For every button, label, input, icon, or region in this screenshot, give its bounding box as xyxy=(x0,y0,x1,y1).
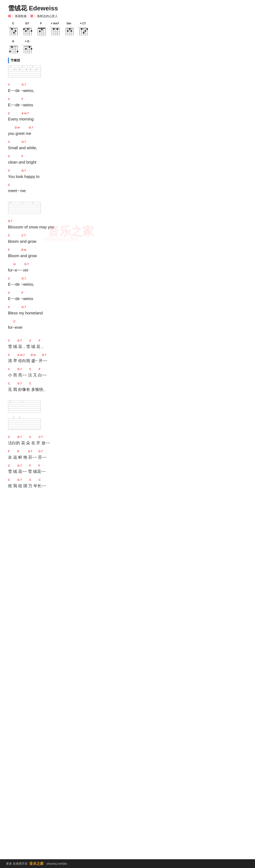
svg-point-53 xyxy=(53,28,54,30)
verse2-block8: C for~ever xyxy=(8,319,247,331)
svg-point-65 xyxy=(69,28,71,30)
footer-left-text: 更多 吉他谱尽在 xyxy=(6,862,28,866)
svg-text:×: × xyxy=(50,26,51,28)
verse1-block4: Dm G7 you greet me xyxy=(8,125,247,137)
chord-am7: × Am7 × xyxy=(50,22,60,36)
svg-point-79 xyxy=(81,28,82,30)
svg-rect-29 xyxy=(38,28,45,29)
svg-point-108 xyxy=(29,46,30,48)
cn-verse1-block3: C G7 C F 小 而 亮~~ 洁 又 白~~ xyxy=(8,367,247,378)
verse2-block5: C G7 E~~de ~weiss, xyxy=(8,276,247,288)
verse1-block5: C G7 Small and white, xyxy=(8,140,247,151)
svg-rect-143 xyxy=(8,419,41,430)
svg-point-82 xyxy=(86,28,88,30)
verse2-block7: C G7 Bless my homeland xyxy=(8,305,247,316)
svg-point-109 xyxy=(31,48,32,50)
svg-text:×: × xyxy=(10,401,11,403)
svg-text:↓: ↓ xyxy=(30,67,31,71)
verse1-block6: C F clean and bright xyxy=(8,154,247,165)
verse2-block4: G G7 for~e~~ ver xyxy=(8,262,247,274)
svg-text:↑: ↑ xyxy=(19,416,20,419)
verse1-block8: C meet~ me xyxy=(8,183,247,194)
svg-point-67 xyxy=(71,30,72,32)
section-divider-2 xyxy=(8,334,247,338)
svg-point-27 xyxy=(25,30,27,32)
section-title: 节奏型 xyxy=(8,58,247,63)
svg-text:×: × xyxy=(22,202,23,204)
svg-point-81 xyxy=(83,32,84,33)
cn-verse2-block3: C G7 F F 雪 绒 花~~ 雪 绒花~~ xyxy=(8,463,247,475)
svg-point-107 xyxy=(25,48,27,50)
svg-text:×: × xyxy=(10,65,11,67)
svg-point-12 xyxy=(11,28,13,30)
svg-text:×: × xyxy=(32,202,33,204)
svg-text:↓: ↓ xyxy=(26,67,27,71)
singer-value: 美国歌曲 xyxy=(15,14,27,18)
arranger-value: 海那边的山里人 xyxy=(37,14,58,18)
rhythm-pattern-box3: × × xyxy=(8,400,247,413)
chord-g: G xyxy=(8,40,18,54)
section-divider-3 xyxy=(8,396,247,400)
arranger-label: 谱： xyxy=(30,14,36,18)
chord-c7: × C7 × xyxy=(78,22,88,36)
verse2-block1: G7 Blossom of snow may you xyxy=(8,219,247,230)
svg-point-14 xyxy=(13,32,15,33)
svg-point-94 xyxy=(11,46,13,48)
svg-text:×: × xyxy=(22,401,23,403)
svg-text:↓: ↓ xyxy=(19,67,20,71)
cn-verse1-block1: C G7 C F 雪 绒 花，雪 绒 花， xyxy=(8,338,247,350)
svg-text:×: × xyxy=(78,26,79,28)
cn-verse1-block2: C Am7 Dm G7 清 早 你向我 盛~ 开~~ xyxy=(8,353,247,364)
svg-text:●: ● xyxy=(10,26,11,28)
section-bar-icon xyxy=(8,58,9,63)
cn-verse1-block4: C G7 C 见 我 好像有 多愉快。 xyxy=(8,381,247,393)
chord-f: F xyxy=(36,22,46,36)
svg-point-54 xyxy=(57,28,58,30)
rhythm-pattern-box: × × × ↓ ↓ ↓ ↓ ↓ xyxy=(8,65,247,79)
verse2-block6: C F E~~de ~weiss xyxy=(8,290,247,302)
svg-text:×: × xyxy=(8,26,9,28)
cn-verse2-block1: C G7 C C7 洁白的 花 朵 在 开 放~~ xyxy=(8,435,247,446)
svg-text:↓: ↓ xyxy=(14,67,15,71)
svg-point-26 xyxy=(27,28,29,30)
chord-c: C × ● xyxy=(8,22,18,36)
chord-diagrams-row1: C × ● xyxy=(8,22,247,36)
svg-point-80 xyxy=(84,30,86,32)
svg-point-93 xyxy=(9,51,11,52)
svg-point-41 xyxy=(41,29,43,30)
verse1-block7: C G7 You look happy to xyxy=(8,168,247,180)
chord-d: × D × xyxy=(22,40,32,54)
footer-right-text: yinyuezj.com/jita xyxy=(46,862,67,865)
cn-verse2-block4: C G7 C C 祝 我 祖 国 万 年长~~ xyxy=(8,477,247,489)
footer-site-name: 音乐之家 xyxy=(29,861,44,866)
rhythm-pattern-box4: ↑ ↑ xyxy=(8,415,247,431)
verse2-block3: F Dm Bloom and grow xyxy=(8,248,247,259)
verse1-block3: C Am7 Every morning xyxy=(8,111,247,123)
verse2-block2: C C7 bloom and grow xyxy=(8,233,247,245)
bottom-spacer xyxy=(8,492,247,508)
verse1-block1: C G7 E~~de ~weiss, xyxy=(8,83,247,94)
page-title: 雪绒花 Edeweiss xyxy=(8,4,247,13)
svg-point-66 xyxy=(67,30,69,32)
svg-text:↑: ↑ xyxy=(13,416,14,419)
rhythm-pattern-box2: × × × xyxy=(8,202,247,215)
svg-point-13 xyxy=(15,30,16,32)
chord-diagrams-row2: G × D × xyxy=(8,40,247,54)
singer-label: 唱： xyxy=(8,14,14,18)
cn-verse2-block2: F D G7 G7 永 远 鲜 艳 芬~~ 芬~~ xyxy=(8,449,247,461)
svg-text:×: × xyxy=(22,44,23,46)
svg-point-28 xyxy=(31,30,32,32)
svg-text:×: × xyxy=(10,202,11,204)
svg-text:×: × xyxy=(22,65,23,67)
chord-dm: Dm xyxy=(64,22,74,36)
svg-text:×: × xyxy=(32,65,33,67)
section-divider-1 xyxy=(8,197,247,202)
verse1-block2: C F E~~de ~weiss xyxy=(8,97,247,108)
svg-point-40 xyxy=(39,31,41,32)
svg-text:↓: ↓ xyxy=(36,67,37,71)
svg-point-95 xyxy=(17,51,18,52)
footer-bar: 更多 吉他谱尽在 音乐之家 yinyuezj.com/jita xyxy=(0,859,255,868)
meta-row: 唱： 美国歌曲 谱： 海那边的山里人 xyxy=(8,14,247,18)
svg-point-25 xyxy=(23,28,25,30)
chord-g7: G7 xyxy=(22,22,32,36)
